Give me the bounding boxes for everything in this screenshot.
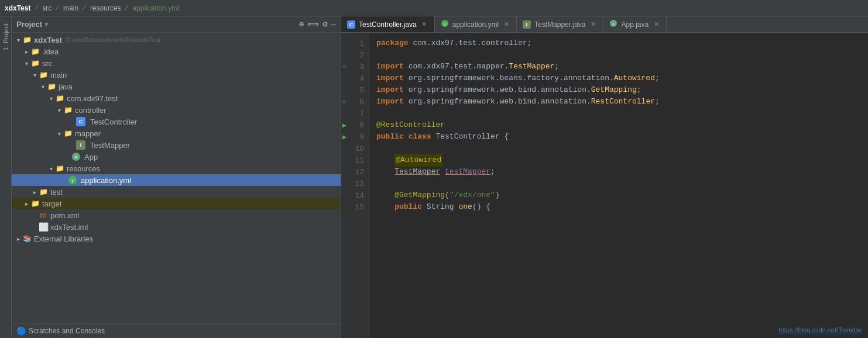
tree-item-mapper[interactable]: ▾ 📁 mapper bbox=[12, 127, 341, 139]
line-num-2: 2 bbox=[341, 49, 369, 61]
indent-11 bbox=[376, 154, 394, 166]
pkg-xdx97: xdx97 bbox=[431, 37, 454, 49]
scratches-consoles[interactable]: 🔵 Scratches and Consoles bbox=[12, 323, 341, 338]
vertical-tab-label[interactable]: 1: Project bbox=[1, 19, 11, 55]
project-title: xdxTest bbox=[5, 4, 30, 12]
tree-label-java: java bbox=[59, 82, 73, 91]
tree-item-app[interactable]: ▸ A App bbox=[12, 151, 341, 163]
add-icon[interactable]: ⊕ bbox=[299, 19, 304, 29]
tab-testmapper[interactable]: I TestMapper.java ✕ bbox=[517, 16, 603, 32]
tree-item-com[interactable]: ▾ 📁 com.xdx97.test bbox=[12, 92, 341, 104]
code-line-4: import org.springframework.beans.factory… bbox=[376, 73, 868, 84]
folder-icon-idea: 📁 bbox=[30, 47, 40, 56]
kw-public-9: public bbox=[376, 131, 404, 143]
breadcrumb-sep4: / bbox=[125, 4, 129, 12]
tree-label-app: App bbox=[84, 153, 98, 161]
tab-bar: C TestController.java ✕ y application.ym… bbox=[341, 16, 868, 33]
kw-import-6: import bbox=[376, 96, 404, 108]
tree-item-main[interactable]: ▾ 📁 main bbox=[12, 69, 341, 81]
tree-item-testcontroller[interactable]: ▸ C TestController bbox=[12, 116, 341, 127]
tree-label-com: com.xdx97.test bbox=[67, 94, 118, 103]
kw-import-3: import bbox=[376, 61, 404, 73]
tab-close-testcontroller[interactable]: ✕ bbox=[420, 20, 428, 29]
pkg-controller: controller bbox=[482, 37, 527, 49]
vertical-project-tab[interactable]: 1: Project bbox=[0, 16, 12, 338]
tab-close-testmapper[interactable]: ✕ bbox=[589, 20, 597, 29]
breadcrumb-sep2: / bbox=[55, 4, 60, 12]
file-icon-testcontroller: C bbox=[76, 117, 85, 126]
code-line-14: @GetMapping("/xdx/one") bbox=[376, 189, 868, 201]
tree-arrow-java: ▾ bbox=[39, 84, 47, 90]
tab-close-application[interactable]: ✕ bbox=[502, 20, 510, 29]
tree-label-testcontroller: TestController bbox=[90, 118, 137, 126]
tree-label-pom: pom.xml bbox=[50, 211, 79, 220]
tree-label-xdxtest: xdxTest bbox=[34, 36, 62, 44]
indent-14 bbox=[376, 189, 394, 201]
tab-app[interactable]: A App.java ✕ bbox=[603, 16, 667, 32]
tree-arrow-com: ▾ bbox=[47, 95, 55, 102]
tab-close-app[interactable]: ✕ bbox=[652, 20, 660, 29]
code-line-13 bbox=[376, 178, 868, 189]
sidebar-dropdown-icon[interactable]: ▼ bbox=[44, 21, 49, 28]
line-num-6: ⊖ 6 bbox=[341, 96, 369, 108]
import-class-6: RestController bbox=[591, 96, 655, 108]
kw-public-15: public bbox=[394, 201, 422, 213]
sidebar-header-left: Project ▼ bbox=[16, 20, 49, 29]
url-watermark: https://blog.csdn.net/Tomjdbc bbox=[779, 326, 862, 333]
breadcrumb-sep1: / bbox=[34, 4, 39, 12]
tree-arrow-main: ▾ bbox=[30, 72, 39, 78]
line-num-13: 13 bbox=[341, 178, 369, 189]
import-path-6d: bind bbox=[518, 96, 536, 108]
breadcrumb-src: src bbox=[42, 4, 52, 12]
tree-item-idea[interactable]: ▸ 📁 .idea bbox=[12, 46, 341, 57]
code-line-10 bbox=[376, 143, 868, 154]
settings-icon[interactable]: ⚙ bbox=[323, 19, 327, 29]
sidebar-header: Project ▼ ⊕ ⟺ ⚙ — bbox=[12, 16, 341, 33]
tree-item-extlibs[interactable]: ▸ 📚 External Libraries bbox=[12, 233, 341, 244]
tree-item-testmapper[interactable]: ▸ I TestMapper bbox=[12, 139, 341, 151]
tree-arrow-test: ▸ bbox=[30, 189, 39, 195]
file-icon-pom: m bbox=[39, 211, 48, 220]
tree-item-xdxtest[interactable]: ▾ 📁 xdxTest D:\xdxData\code\xdxTest\xdxT… bbox=[12, 34, 341, 46]
tab-testcontroller[interactable]: C TestController.java ✕ bbox=[341, 16, 435, 32]
pkg-path: com bbox=[413, 37, 426, 49]
folder-icon-target: 📁 bbox=[30, 199, 40, 208]
collapse-icon[interactable]: ⟺ bbox=[307, 19, 319, 29]
tree-item-application-yml[interactable]: ▸ y application.yml bbox=[12, 174, 341, 186]
tree-label-main: main bbox=[50, 71, 67, 80]
code-content[interactable]: package com.xdx97.test.controller; impor… bbox=[369, 33, 868, 338]
code-line-8: @RestController bbox=[376, 119, 868, 131]
code-editor[interactable]: 1 2 ⊖ 3 4 5 ⊖ 6 7 ▶ 8 ▶ 9 bbox=[341, 33, 868, 338]
tree-item-resources[interactable]: ▾ 📁 resources bbox=[12, 163, 341, 174]
tree-item-pom[interactable]: ▸ m pom.xml bbox=[12, 209, 341, 221]
tree-item-test[interactable]: ▸ 📁 test bbox=[12, 186, 341, 198]
folder-icon-test: 📁 bbox=[39, 187, 48, 196]
tab-application[interactable]: y application.yml ✕ bbox=[435, 16, 517, 32]
breadcrumb-main: main bbox=[63, 4, 78, 12]
annotation-getmapping: @GetMapping bbox=[394, 189, 445, 201]
tree-arrow-target: ▸ bbox=[22, 201, 30, 207]
code-line-7 bbox=[376, 108, 868, 119]
tree-label-yaml: application.yml bbox=[81, 176, 131, 185]
line-num-12: 12 bbox=[341, 166, 369, 178]
line-num-11: 11 bbox=[341, 154, 369, 166]
import-path-3b: xdx97 bbox=[427, 61, 450, 73]
tree-item-iml[interactable]: ▸ ⬜ xdxTest.iml bbox=[12, 221, 341, 233]
tab-label-app: App.java bbox=[621, 20, 649, 29]
sidebar: Project ▼ ⊕ ⟺ ⚙ — ▾ 📁 xdxTest D:\xdxData… bbox=[12, 16, 341, 338]
tree-item-controller[interactable]: ▾ 📁 controller bbox=[12, 104, 341, 116]
run-icon-8[interactable]: ▶ bbox=[342, 121, 346, 130]
editor-area: C TestController.java ✕ y application.ym… bbox=[341, 16, 868, 338]
import-path-5b: springframework bbox=[427, 84, 495, 96]
folder-icon-main: 📁 bbox=[39, 70, 48, 80]
run-icon-9[interactable]: ▶ bbox=[342, 133, 346, 142]
line-num-15: 15 bbox=[341, 201, 369, 213]
minimize-icon[interactable]: — bbox=[331, 20, 336, 29]
import-class-3: TestMapper bbox=[509, 61, 554, 73]
tree-path-xdxtest: D:\xdxData\code\xdxTest\xdxTest bbox=[66, 36, 160, 43]
tree-item-java[interactable]: ▾ 📁 java bbox=[12, 81, 341, 92]
tree-item-target[interactable]: ▸ 📁 target bbox=[12, 198, 341, 209]
tree-item-src[interactable]: ▾ 📁 src bbox=[12, 57, 341, 69]
breadcrumb-file: application.yml bbox=[132, 4, 179, 12]
code-line-1: package com.xdx97.test.controller; bbox=[376, 37, 868, 49]
